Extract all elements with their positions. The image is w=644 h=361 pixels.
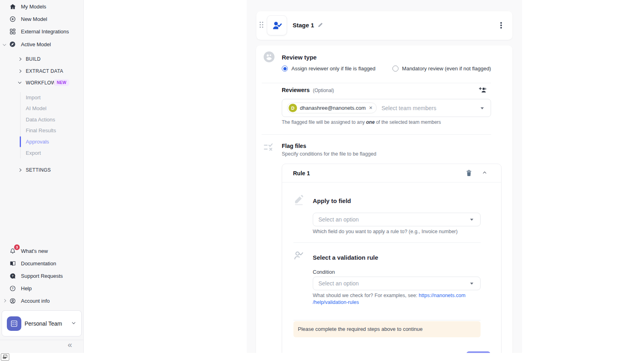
sidebar-section-extract-data[interactable]: EXTRACT DATA bbox=[0, 66, 83, 77]
apply-field-title: Apply to field bbox=[313, 197, 351, 204]
radio-mandatory[interactable] bbox=[392, 66, 398, 72]
drag-handle-icon[interactable] bbox=[260, 22, 265, 29]
team-building-icon bbox=[7, 316, 21, 331]
review-type-icon bbox=[264, 51, 275, 62]
warning-banner: Please complete the required steps above… bbox=[293, 321, 481, 337]
help-circle-icon: ? bbox=[9, 285, 16, 292]
subnav-label: Approvals bbox=[26, 139, 49, 145]
rule-divider bbox=[293, 242, 481, 243]
delete-rule-icon[interactable] bbox=[465, 169, 473, 177]
sidebar-item-import[interactable]: Import bbox=[0, 92, 83, 103]
collapse-sidebar-button[interactable]: « bbox=[68, 340, 72, 349]
flag-files-checklist-icon bbox=[263, 142, 274, 152]
warning-text: Please complete the required steps above… bbox=[298, 326, 423, 332]
apply-field-placeholder: Select an option bbox=[318, 216, 359, 223]
team-members-placeholder: Select team members bbox=[382, 105, 436, 111]
sidebar-item-external-integrations[interactable]: External Integrations bbox=[0, 26, 83, 37]
sidebar-section-settings[interactable]: SETTINGS bbox=[0, 164, 83, 176]
validation-rules-link[interactable]: /help/validation-rules bbox=[313, 299, 359, 305]
add-reviewers-icon[interactable] bbox=[479, 86, 487, 94]
sidebar-item-whats-new[interactable]: 3 What's new bbox=[0, 245, 83, 256]
section-label: WORKFLOW bbox=[26, 80, 56, 86]
sidebar-item-label: Documentation bbox=[21, 260, 56, 267]
stage-menu-kebab-icon[interactable] bbox=[500, 22, 502, 29]
collapse-rule-icon[interactable] bbox=[483, 172, 486, 175]
subnav-label: Export bbox=[26, 150, 41, 156]
sidebar-section-build[interactable]: BUILD bbox=[0, 53, 83, 65]
reviewer-avatar: D bbox=[289, 104, 297, 112]
continue-button-partial[interactable] bbox=[466, 351, 490, 353]
sidebar-item-documentation[interactable]: Documentation bbox=[0, 258, 83, 269]
condition-label: Condition bbox=[313, 269, 335, 275]
stage-icon-card bbox=[267, 15, 287, 35]
team-members-select[interactable]: D dhanashree@nanonets.com ✕ Select team … bbox=[282, 99, 491, 117]
sidebar-section-workflow[interactable]: WORKFLOW NEW bbox=[0, 77, 83, 88]
compass-icon bbox=[9, 41, 16, 48]
chevron-right-icon bbox=[18, 168, 21, 172]
stage-header-card: Stage 1 bbox=[256, 11, 512, 40]
active-indicator bbox=[20, 136, 21, 147]
rule-title: Rule 1 bbox=[293, 170, 310, 176]
radio-flagged-only[interactable] bbox=[282, 66, 288, 72]
rule-divider bbox=[293, 320, 481, 320]
sidebar-item-support-requests[interactable]: ? Support Requests bbox=[0, 270, 83, 281]
validation-rules-link[interactable]: https://nanonets.com bbox=[419, 293, 465, 298]
condition-placeholder: Select an option bbox=[318, 280, 359, 287]
flag-files-subtitle: Specify conditions for the file to be fl… bbox=[282, 151, 376, 157]
plus-circle-icon bbox=[9, 15, 16, 23]
sidebar-item-data-actions[interactable]: Data Actions bbox=[0, 114, 83, 125]
sidebar-item-export[interactable]: Export bbox=[0, 148, 83, 158]
team-switcher[interactable]: Personal Team bbox=[2, 310, 82, 336]
rule-card: Rule 1 Apply to field Select an option W… bbox=[282, 164, 502, 353]
reviewer-person-check-icon bbox=[272, 20, 283, 31]
book-icon bbox=[9, 260, 16, 267]
workflow-canvas: Stage 1 Review type Assign reviewer only… bbox=[247, 0, 522, 353]
sidebar-item-label: External Integrations bbox=[21, 29, 69, 35]
radio-label: Assign reviewer only if file is flagged bbox=[291, 66, 376, 72]
sidebar: My Models New Model External Integration… bbox=[0, 0, 84, 353]
sidebar-item-label: My Models bbox=[21, 4, 46, 10]
app-screen: My Models New Model External Integration… bbox=[0, 0, 644, 361]
review-type-title: Review type bbox=[282, 54, 317, 61]
team-name: Personal Team bbox=[25, 320, 62, 327]
validation-helper-text: What should we check for? For examples, … bbox=[313, 292, 465, 306]
stage-title: Stage 1 bbox=[293, 22, 314, 29]
page-thumbnail-icon[interactable] bbox=[1, 353, 9, 361]
helper-emphasis: one bbox=[366, 119, 374, 125]
sidebar-item-label: Help bbox=[21, 285, 32, 291]
sidebar-item-help[interactable]: ? Help bbox=[0, 283, 83, 294]
sidebar-item-new-model[interactable]: New Model bbox=[0, 13, 83, 25]
subnav-label: Import bbox=[26, 94, 41, 101]
subnav-label: AI Model bbox=[26, 105, 46, 111]
sidebar-item-final-results[interactable]: Final Results bbox=[0, 125, 83, 136]
reviewers-label: Reviewers bbox=[282, 87, 310, 93]
condition-select[interactable]: Select an option bbox=[313, 277, 481, 290]
chevron-right-icon bbox=[18, 70, 21, 73]
sidebar-item-ai-model[interactable]: AI Model bbox=[0, 103, 83, 114]
edit-stage-name-icon[interactable] bbox=[317, 22, 324, 28]
reviewers-optional-label: (Optional) bbox=[313, 88, 334, 93]
dropdown-caret-icon bbox=[470, 283, 473, 285]
reviewers-helper-text: The flagged file will be assigned to any… bbox=[282, 119, 441, 125]
section-label: SETTINGS bbox=[26, 167, 51, 173]
sidebar-item-label: Support Requests bbox=[21, 273, 63, 279]
section-divider bbox=[262, 83, 491, 83]
sidebar-item-approvals[interactable]: Approvals bbox=[0, 136, 83, 147]
review-type-options: Assign reviewer only if file is flagged … bbox=[282, 66, 491, 72]
rule-header[interactable]: Rule 1 bbox=[282, 164, 501, 183]
helper-post: of the selected team members bbox=[375, 119, 441, 125]
dropdown-caret-icon bbox=[470, 219, 473, 221]
sidebar-item-label: What's new bbox=[21, 248, 48, 254]
chevron-down-icon bbox=[72, 321, 75, 324]
apply-field-select[interactable]: Select an option bbox=[313, 213, 481, 226]
helper-pre: The flagged file will be assigned to any bbox=[282, 119, 366, 125]
helper-pre: What should we check for? For examples, … bbox=[313, 293, 419, 298]
sidebar-item-label: Account info bbox=[21, 298, 50, 304]
flag-files-title: Flag files bbox=[282, 143, 306, 149]
validation-title: Select a validation rule bbox=[313, 254, 378, 261]
sidebar-item-account-info[interactable]: Account info bbox=[0, 295, 83, 306]
reviewer-email: dhanashree@nanonets.com bbox=[300, 105, 366, 111]
sidebar-item-my-models[interactable]: My Models bbox=[0, 1, 83, 12]
remove-reviewer-icon[interactable]: ✕ bbox=[369, 105, 373, 111]
sidebar-item-active-model[interactable]: Active Model bbox=[0, 39, 83, 50]
